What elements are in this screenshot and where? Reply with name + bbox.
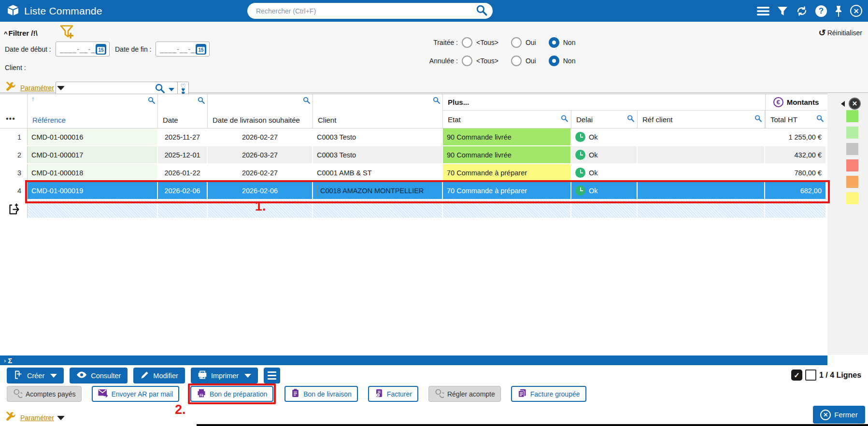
- global-search[interactable]: [247, 3, 493, 19]
- date-end-label: Date de fin :: [115, 45, 152, 53]
- row-options-icon[interactable]: •••: [6, 114, 15, 123]
- mail-icon: [98, 389, 108, 399]
- search-icon[interactable]: [302, 96, 311, 106]
- header-client[interactable]: Client: [313, 94, 443, 128]
- search-icon[interactable]: [816, 114, 824, 125]
- search-icon[interactable]: [475, 4, 488, 18]
- table-row[interactable]: 1 CMD-01-000016 2025-11-27 2026-02-27 C0…: [0, 128, 827, 146]
- chevron-down-icon[interactable]: [57, 86, 65, 90]
- chevron-down-icon[interactable]: [50, 374, 57, 378]
- header-ref-client[interactable]: Réf client: [638, 111, 765, 128]
- funnel-add-icon[interactable]: [58, 24, 75, 43]
- favorites-icon[interactable]: ♡♥♥: [178, 85, 188, 95]
- chevron-down-icon[interactable]: [244, 374, 251, 378]
- clipboard-icon: [291, 388, 300, 399]
- status-badge[interactable]: 70 Commande à préparer: [443, 164, 571, 181]
- add-record-icon[interactable]: [8, 203, 21, 218]
- annotation-step2: 2.: [175, 402, 186, 417]
- status-badge[interactable]: 90 Commande livrée: [443, 128, 571, 145]
- table-row[interactable]: 3 CMD-01-000018 2026-01-22 2026-02-27 C0…: [0, 164, 827, 182]
- chevron-down-icon[interactable]: [169, 88, 174, 91]
- print-button[interactable]: Imprimer: [191, 368, 258, 383]
- wrench-icon: [5, 411, 17, 425]
- traitee-radio-tous[interactable]: [462, 37, 472, 48]
- search-input[interactable]: [256, 7, 475, 15]
- window-edge: [197, 424, 868, 426]
- table-header: ••• ↑ Référence Date Date de livraison s…: [0, 94, 827, 128]
- more-actions-button[interactable]: [264, 368, 280, 383]
- facture-groupee-button[interactable]: Facture groupée: [511, 386, 586, 402]
- table-row-selected[interactable]: 4 CMD-01-000019 2026-02-06 2026-02-06 C0…: [0, 182, 827, 200]
- header-montants[interactable]: € Montants: [766, 94, 826, 110]
- primary-actions: Créer Consulter Modifier Imprimer: [7, 368, 280, 383]
- expand-icon[interactable]: ›: [4, 357, 6, 364]
- parametrer-bottom-link[interactable]: Paramétrer: [5, 411, 65, 425]
- traitee-radio-non[interactable]: [549, 37, 559, 48]
- parametrer-top-link[interactable]: Paramétrer: [5, 81, 65, 95]
- annulee-radio-tous[interactable]: [462, 56, 472, 66]
- header-total-ht[interactable]: Total HT: [766, 111, 826, 128]
- page-title: Liste Commande: [24, 5, 102, 17]
- header-montants-group: € Montants Total HT: [765, 94, 826, 128]
- refresh-icon[interactable]: [796, 5, 808, 17]
- annulee-radio-non[interactable]: [549, 56, 559, 66]
- header-delai[interactable]: Delai: [571, 111, 638, 128]
- fermer-button[interactable]: ✕ Fermer: [813, 406, 865, 424]
- clock-icon: [575, 132, 585, 142]
- traitee-label: Traitée :: [419, 39, 458, 46]
- header-delivery-date[interactable]: Date de livraison souhaitée: [208, 94, 313, 128]
- menu-icon[interactable]: [757, 6, 769, 16]
- help-icon[interactable]: ?: [815, 5, 827, 17]
- search-icon[interactable]: [197, 96, 205, 106]
- bon-livraison-button[interactable]: Bon de livraison: [285, 386, 358, 402]
- filter-section-title[interactable]: ^Filtrer /!\: [4, 29, 38, 37]
- clock-icon: [575, 185, 585, 196]
- bon-preparation-button[interactable]: Bon de préparation: [190, 386, 273, 402]
- search-icon[interactable]: [560, 114, 569, 125]
- search-icon[interactable]: [147, 96, 156, 106]
- legend-swatch-orange: [846, 176, 858, 188]
- chevron-down-icon[interactable]: [57, 416, 65, 420]
- pin-icon[interactable]: [834, 5, 843, 17]
- select-checkbox[interactable]: [805, 369, 816, 381]
- filter-icon[interactable]: [777, 5, 788, 17]
- table-row[interactable]: 2 CMD-01-000017 2025-12-01 2026-03-27 C0…: [0, 146, 827, 164]
- header-reference[interactable]: ↑ Référence: [28, 94, 158, 128]
- close-icon: ✕: [820, 410, 831, 420]
- invoice-euro-icon: €: [374, 388, 384, 399]
- header-gutter[interactable]: •••: [0, 94, 28, 128]
- collapse-left-icon[interactable]: [841, 101, 845, 107]
- clock-icon: [575, 150, 585, 160]
- facturer-button[interactable]: € Facturer: [368, 386, 418, 402]
- header-plus[interactable]: Plus...: [448, 98, 469, 106]
- reset-filters-button[interactable]: ↺ Réinitialiser: [819, 28, 862, 38]
- date-start-field[interactable]: 15: [56, 42, 110, 57]
- annulee-radio-oui[interactable]: [511, 56, 522, 66]
- create-button[interactable]: Créer: [7, 368, 64, 383]
- close-icon[interactable]: ✕: [850, 5, 862, 17]
- envoyer-ar-button[interactable]: Envoyer AR par mail: [92, 386, 180, 402]
- consult-button[interactable]: Consulter: [70, 368, 128, 383]
- select-all-checkbox[interactable]: ✓: [791, 369, 802, 381]
- traitee-filter: Traitée : <Tous> Oui Non: [419, 37, 854, 48]
- new-row-placeholder[interactable]: [0, 200, 827, 218]
- search-icon[interactable]: [432, 96, 441, 106]
- search-icon[interactable]: [754, 114, 762, 125]
- status-badge[interactable]: 90 Commande livrée: [443, 146, 571, 163]
- header-etat[interactable]: Etat: [443, 111, 571, 128]
- wrench-icon: [5, 81, 17, 95]
- search-icon[interactable]: [626, 114, 635, 125]
- close-panel-icon[interactable]: ✕: [849, 98, 861, 110]
- traitee-radio-oui[interactable]: [511, 37, 522, 48]
- header-date[interactable]: Date: [158, 94, 208, 128]
- status-badge[interactable]: 70 Commande à préparer: [443, 182, 571, 199]
- eye-icon: [76, 370, 87, 381]
- sum-bar[interactable]: › Σ: [0, 355, 827, 365]
- calendar-icon[interactable]: 15: [96, 44, 106, 55]
- date-end-field[interactable]: 15: [156, 42, 210, 57]
- annulee-label: Annulée :: [419, 57, 458, 65]
- calendar-icon[interactable]: 15: [196, 44, 206, 55]
- create-icon: [14, 370, 23, 381]
- modify-button[interactable]: Modifier: [133, 368, 185, 383]
- date-start-label: Date de début :: [5, 45, 51, 53]
